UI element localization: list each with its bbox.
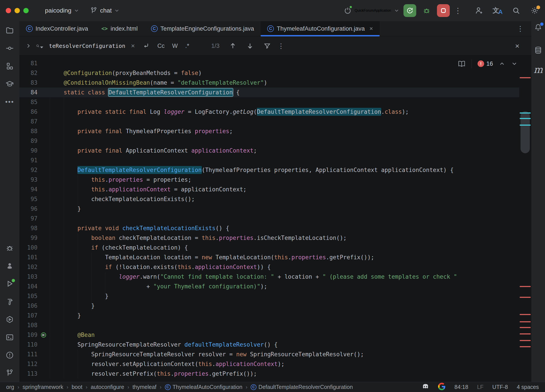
search-input[interactable]: teResolverConfiguration — [49, 43, 125, 49]
version-control-tool-button[interactable] — [5, 368, 15, 378]
error-stripe-mark[interactable] — [520, 340, 531, 341]
line-number[interactable]: 85 — [19, 99, 37, 105]
code-line-108[interactable]: 108 — [19, 320, 519, 330]
close-tab-icon[interactable]: × — [370, 25, 373, 32]
line-number[interactable]: 84 — [19, 89, 37, 96]
terminal-tool-button[interactable] — [5, 332, 15, 342]
google-status-button[interactable] — [438, 383, 446, 392]
code-line-98[interactable]: 98 private void checkTemplateLocationExi… — [19, 223, 519, 233]
error-stripe[interactable] — [519, 56, 531, 382]
line-number[interactable]: 93 — [19, 176, 37, 183]
ai-assistant-status-button[interactable] — [422, 383, 429, 392]
code-line-92[interactable]: 92 DefaultTemplateResolverConfiguration(… — [19, 165, 519, 175]
line-number[interactable]: 86 — [19, 108, 37, 115]
code-line-99[interactable]: 99 boolean checkTemplateLocation = this.… — [19, 233, 519, 243]
tab-options-kebab[interactable]: ⋮ — [509, 21, 531, 36]
line-number[interactable]: 106 — [19, 303, 37, 309]
code-line-85[interactable]: 85 — [19, 97, 519, 107]
search-mode-button[interactable] — [36, 42, 43, 50]
code-line-100[interactable]: 100 if (checkTemplateLocation) { — [19, 243, 519, 252]
tab-templateengineconfigurations[interactable]: C TemplateEngineConfigurations.java — [144, 21, 261, 36]
next-error-chevron-icon[interactable] — [511, 60, 518, 67]
info-stripe-mark[interactable] — [520, 112, 531, 113]
notifications-button[interactable] — [533, 23, 543, 32]
debug-button[interactable] — [420, 4, 433, 17]
spring-bean-icon[interactable] — [40, 332, 49, 338]
info-stripe-mark[interactable] — [520, 118, 531, 119]
more-tools-button[interactable]: ••• — [5, 97, 15, 107]
project-widget[interactable]: paicoding — [45, 7, 79, 14]
error-stripe-mark[interactable] — [520, 321, 531, 322]
clear-search-icon[interactable]: × — [131, 42, 135, 50]
words-toggle[interactable]: W — [172, 43, 178, 49]
line-number[interactable]: 112 — [19, 361, 37, 367]
code-line-94[interactable]: 94 this.applicationContext = application… — [19, 185, 519, 194]
reader-mode-book-icon[interactable] — [458, 60, 466, 68]
code-line-107[interactable]: 107 } — [19, 311, 519, 320]
code-line-81[interactable]: 81 — [19, 58, 519, 68]
code-line-83[interactable]: 83 @ConditionalOnMissingBean(name = "def… — [19, 78, 519, 87]
maximize-window-button[interactable] — [23, 8, 29, 13]
line-number[interactable]: 81 — [19, 60, 37, 67]
structure-tool-button[interactable] — [5, 61, 15, 71]
breadcrumb-item[interactable]: springframework — [23, 384, 63, 390]
tab-index-html[interactable]: <> index.html — [95, 21, 144, 36]
next-occurrence-button[interactable] — [246, 42, 254, 50]
tab-thymeleafautoconfiguration[interactable]: C ThymeleafAutoConfiguration.java × — [260, 21, 380, 36]
code-line-109[interactable]: 109 @Bean — [19, 330, 519, 340]
problems-tool-button[interactable] — [5, 350, 15, 360]
code-line-105[interactable]: 105 } — [19, 291, 519, 301]
code-line-82[interactable]: 82 @Configuration(proxyBeanMethods = fal… — [19, 68, 519, 78]
error-stripe-mark[interactable] — [520, 286, 531, 287]
code-line-110[interactable]: 110 SpringResourceTemplateResolver defau… — [19, 340, 519, 349]
database-tool-button[interactable] — [533, 45, 543, 55]
close-search-icon[interactable]: × — [515, 42, 520, 50]
line-number[interactable]: 88 — [19, 128, 37, 135]
code-line-106[interactable]: 106 } — [19, 301, 519, 311]
regex-toggle[interactable]: .* — [185, 43, 189, 49]
commit-tool-button[interactable] — [5, 44, 15, 53]
stop-button[interactable] — [437, 4, 450, 17]
search-options-kebab[interactable]: ⋮ — [278, 42, 285, 50]
code-line-113[interactable]: 113 resolver.setPrefix(this.properties.g… — [19, 369, 519, 379]
code-line-91[interactable]: 91 — [19, 156, 519, 165]
line-number[interactable]: 94 — [19, 186, 37, 193]
run-configuration-selector[interactable]: QuickForumApplication — [343, 6, 399, 15]
error-stripe-mark[interactable] — [520, 333, 531, 335]
add-user-button[interactable] — [474, 6, 484, 15]
line-number[interactable]: 95 — [19, 196, 37, 202]
error-stripe-mark[interactable] — [520, 77, 531, 78]
indent-widget[interactable]: 4 spaces — [517, 384, 539, 390]
breadcrumb-item[interactable]: C ThymeleafAutoConfiguration — [165, 384, 242, 390]
line-number[interactable]: 109 — [19, 332, 37, 338]
line-number[interactable]: 110 — [19, 341, 37, 348]
code-lines[interactable]: 8182 @Configuration(proxyBeanMethods = f… — [19, 58, 519, 379]
line-number[interactable]: 100 — [19, 244, 37, 251]
translate-button[interactable]: 文A — [493, 6, 502, 15]
code-line-89[interactable]: 89 — [19, 136, 519, 146]
scrollbar-thumb[interactable] — [520, 111, 530, 153]
line-separator-widget[interactable]: LF — [477, 384, 483, 390]
code-line-96[interactable]: 96 } — [19, 204, 519, 214]
code-line-95[interactable]: 95 checkTemplateLocationExists(); — [19, 194, 519, 204]
code-line-112[interactable]: 112 resolver.setApplicationContext(this.… — [19, 359, 519, 369]
line-number[interactable]: 97 — [19, 215, 37, 222]
line-number[interactable]: 102 — [19, 264, 37, 270]
line-number[interactable]: 108 — [19, 322, 37, 329]
more-actions-kebab[interactable]: ⋮ — [454, 7, 462, 14]
code-line-102[interactable]: 102 if (!location.exists(this.applicatio… — [19, 262, 519, 272]
breadcrumb-item[interactable]: thymeleaf — [132, 384, 156, 390]
line-number[interactable]: 91 — [19, 157, 37, 164]
match-case-toggle[interactable]: Cc — [157, 43, 165, 49]
info-stripe-mark[interactable] — [520, 124, 531, 126]
code-line-93[interactable]: 93 this.properties = properties; — [19, 175, 519, 185]
error-stripe-mark[interactable] — [520, 314, 531, 315]
line-number[interactable]: 98 — [19, 225, 37, 231]
code-line-87[interactable]: 87 — [19, 117, 519, 126]
settings-button[interactable] — [530, 6, 539, 15]
code-line-103[interactable]: 103 logger.warn("Cannot find template lo… — [19, 272, 519, 281]
line-number[interactable]: 87 — [19, 118, 37, 125]
build-tool-button[interactable] — [5, 297, 15, 306]
breadcrumb-item[interactable]: boot — [72, 384, 82, 390]
project-tool-button[interactable] — [5, 25, 15, 35]
